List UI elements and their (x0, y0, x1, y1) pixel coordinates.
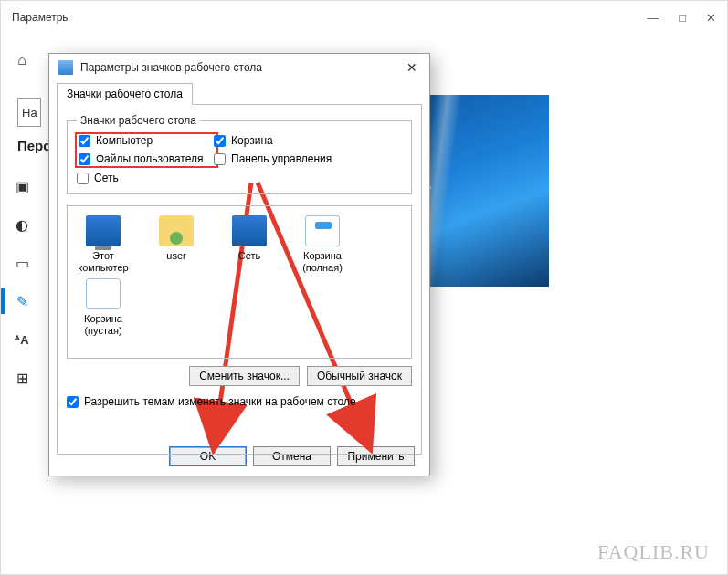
dialog-body: Значки рабочего стола Компьютер Файлы по… (57, 104, 422, 455)
icon-preview-box: Этот компьютер user Сеть Корзина (полная… (67, 205, 412, 359)
fonts-icon[interactable]: ᴬA (13, 330, 31, 349)
search-input-stub[interactable]: На (17, 98, 41, 127)
dialog-close-icon[interactable]: ✕ (404, 60, 420, 75)
checkbox-userfiles[interactable] (79, 153, 90, 165)
maximize-icon[interactable]: □ (679, 11, 686, 25)
check-computer[interactable]: Компьютер (79, 134, 214, 147)
minimize-icon[interactable]: — (647, 11, 659, 25)
user-folder-icon (159, 215, 194, 246)
icon-bin-full[interactable]: Корзина (полная) (292, 215, 353, 273)
checkbox-recycle[interactable] (214, 135, 226, 147)
start-icon[interactable]: ⊞ (13, 369, 31, 387)
default-icon-button[interactable]: Обычный значок (307, 366, 412, 386)
icon-network[interactable]: Сеть (219, 215, 280, 273)
dialog-titlebar: Параметры значков рабочего стола ✕ (49, 54, 429, 81)
dialog-tabs: Значки рабочего стола (57, 83, 422, 105)
check-network[interactable]: Сеть (77, 172, 214, 184)
icon-user[interactable]: user (146, 215, 206, 273)
personalization-label: Перс (17, 138, 51, 153)
change-icon-button[interactable]: Сменить значок... (189, 366, 300, 386)
pc-icon (86, 215, 121, 246)
checkbox-allow-themes[interactable] (67, 396, 79, 408)
desktop-icons-dialog: Параметры значков рабочего стола ✕ Значк… (48, 53, 430, 476)
icon-this-pc[interactable]: Этот компьютер (73, 215, 133, 273)
colors-icon[interactable]: ◐ (13, 215, 31, 234)
themes-icon[interactable]: ✎ (13, 292, 31, 310)
checkbox-control[interactable] (214, 153, 226, 165)
background-icon[interactable]: ▣ (13, 177, 31, 195)
window-title: Параметры (12, 11, 70, 24)
icons-group: Значки рабочего стола Компьютер Файлы по… (67, 114, 412, 194)
window-titlebar: Параметры — □ ✕ (1, 1, 727, 34)
group-legend: Значки рабочего стола (77, 114, 200, 127)
allow-themes-check[interactable]: Разрешить темам изменять значки на рабоч… (67, 395, 412, 408)
check-control[interactable]: Панель управления (214, 152, 360, 165)
icon-bin-empty[interactable]: Корзина (пустая) (73, 278, 133, 336)
dialog-app-icon (58, 60, 73, 75)
home-icon[interactable]: ⌂ (13, 51, 31, 69)
check-recycle[interactable]: Корзина (214, 134, 360, 147)
network-icon (232, 215, 267, 246)
watermark: FAQLIB.RU (597, 540, 710, 564)
check-userfiles[interactable]: Файлы пользователя (79, 152, 214, 165)
dialog-title: Параметры значков рабочего стола (80, 61, 262, 74)
recycle-empty-icon (86, 278, 121, 309)
close-icon[interactable]: ✕ (706, 11, 716, 25)
checkbox-network[interactable] (77, 172, 89, 184)
lockscreen-icon[interactable]: ▭ (13, 254, 31, 272)
tab-desktop-icons[interactable]: Значки рабочего стола (57, 83, 193, 105)
checkbox-computer[interactable] (79, 135, 90, 147)
recycle-full-icon (305, 215, 340, 246)
